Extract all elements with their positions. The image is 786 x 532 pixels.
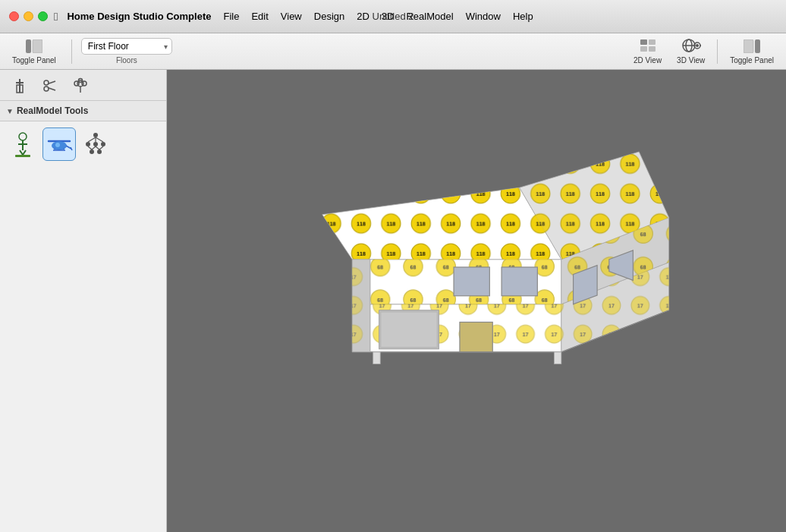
svg-line-49: [92, 146, 96, 150]
toolbar: Toggle Panel First Floor Second Floor Ba…: [0, 33, 786, 70]
svg-rect-2: [640, 39, 647, 45]
svg-point-16: [44, 80, 49, 85]
svg-rect-73: [501, 267, 537, 296]
svg-rect-12: [755, 39, 760, 53]
2d-view-icon: [640, 39, 656, 55]
build-tab-icon: [11, 77, 28, 94]
menu-help[interactable]: Help: [507, 9, 539, 24]
svg-point-21: [74, 81, 79, 86]
toggle-panel-right-icon: [744, 38, 760, 55]
3d-view-label: 3D View: [677, 56, 705, 65]
svg-line-34: [71, 147, 72, 150]
minimize-button[interactable]: [24, 11, 33, 21]
helicopter-tool[interactable]: [42, 127, 76, 161]
svg-point-10: [696, 44, 699, 47]
3d-view-icon: [681, 39, 702, 55]
helicopter-tool-icon: [46, 131, 73, 158]
tools-grid: [0, 121, 166, 167]
apple-logo-icon: : [54, 10, 58, 23]
svg-rect-79: [373, 352, 380, 364]
svg-point-38: [55, 143, 60, 147]
floor-dropdown-container[interactable]: First Floor Second Floor Basement Roof: [81, 38, 172, 55]
menu-3d[interactable]: 3D: [376, 9, 401, 24]
separator-2: [717, 39, 718, 64]
menu-design[interactable]: Design: [308, 9, 351, 24]
svg-point-25: [19, 133, 27, 140]
svg-line-29: [23, 150, 26, 155]
svg-line-47: [96, 137, 103, 142]
svg-point-40: [86, 142, 90, 146]
svg-line-45: [88, 137, 96, 142]
toggle-panel-right-button[interactable]: Toggle Panel: [724, 35, 780, 68]
svg-rect-71: [381, 312, 437, 347]
person-tool-icon: [9, 131, 36, 158]
dome-tool[interactable]: [79, 127, 112, 161]
svg-marker-82: [352, 260, 370, 352]
person-tool[interactable]: [6, 127, 39, 161]
menu-2d[interactable]: 2D: [351, 9, 376, 24]
menu-app-name[interactable]: Home Design Studio Complete: [61, 9, 217, 24]
3d-view-button[interactable]: 3D View: [671, 36, 711, 68]
svg-rect-72: [454, 267, 489, 296]
2d-view-label: 2D View: [634, 56, 662, 65]
svg-marker-64: [322, 187, 561, 260]
toolbar-right: 2D View 3D View: [627, 35, 780, 68]
svg-point-43: [90, 150, 94, 154]
toggle-panel-left-icon: [26, 38, 42, 55]
traffic-lights: [0, 11, 48, 21]
svg-point-22: [82, 81, 86, 86]
canvas-area[interactable]: 118 68 17: [167, 70, 786, 532]
toggle-panel-left-label: Toggle Panel: [12, 56, 56, 65]
plants-tab[interactable]: [67, 74, 94, 97]
2d-view-button[interactable]: 2D View: [627, 36, 668, 68]
maximize-button[interactable]: [38, 11, 48, 21]
menu-window[interactable]: Window: [460, 9, 507, 24]
toggle-panel-left-button[interactable]: Toggle Panel: [6, 35, 62, 68]
scissors-tab[interactable]: [36, 74, 64, 97]
separator-1: [71, 39, 72, 64]
svg-line-48: [88, 146, 92, 150]
left-panel: ▼ RealModel Tools: [0, 70, 167, 532]
svg-rect-5: [649, 46, 656, 52]
build-tab[interactable]: [6, 74, 33, 97]
svg-rect-4: [640, 46, 647, 52]
chevron-icon: ▼: [6, 107, 14, 115]
svg-rect-74: [460, 322, 492, 351]
panel-tabs: [0, 70, 166, 101]
dome-tool-icon: [82, 131, 109, 158]
svg-line-51: [99, 146, 103, 150]
title-bar:  Home Design Studio Complete File Edit …: [0, 0, 786, 33]
plants-tab-icon: [72, 77, 89, 94]
floor-dropdown[interactable]: First Floor Second Floor Basement Roof: [81, 38, 172, 55]
main-content: ▼ RealModel Tools: [0, 70, 786, 532]
menu-edit[interactable]: Edit: [245, 9, 274, 24]
svg-point-17: [44, 87, 49, 91]
svg-rect-11: [744, 39, 753, 53]
svg-line-50: [96, 146, 99, 150]
scissors-tab-icon: [42, 77, 58, 94]
menu-bar: Home Design Studio Complete File Edit Vi…: [61, 9, 539, 24]
svg-rect-3: [649, 39, 656, 45]
svg-point-42: [101, 142, 105, 146]
toggle-panel-right-label: Toggle Panel: [730, 56, 774, 65]
svg-point-39: [93, 133, 98, 137]
house-3d-view: 118 68 17: [167, 70, 786, 532]
svg-rect-0: [26, 39, 31, 53]
svg-point-44: [97, 150, 102, 154]
svg-point-41: [93, 142, 98, 146]
realmodel-tools-label: RealModel Tools: [17, 105, 88, 116]
floor-selector[interactable]: First Floor Second Floor Basement Roof F…: [81, 38, 172, 65]
menu-view[interactable]: View: [275, 9, 308, 24]
close-button[interactable]: [9, 11, 19, 21]
menu-file[interactable]: File: [217, 9, 245, 24]
menu-realmodel[interactable]: RealModel: [400, 9, 459, 24]
svg-rect-30: [15, 155, 30, 157]
floors-label: Floors: [116, 56, 137, 65]
realmodel-tools-header[interactable]: ▼ RealModel Tools: [0, 101, 166, 121]
svg-rect-1: [33, 39, 42, 53]
svg-rect-80: [554, 352, 561, 364]
